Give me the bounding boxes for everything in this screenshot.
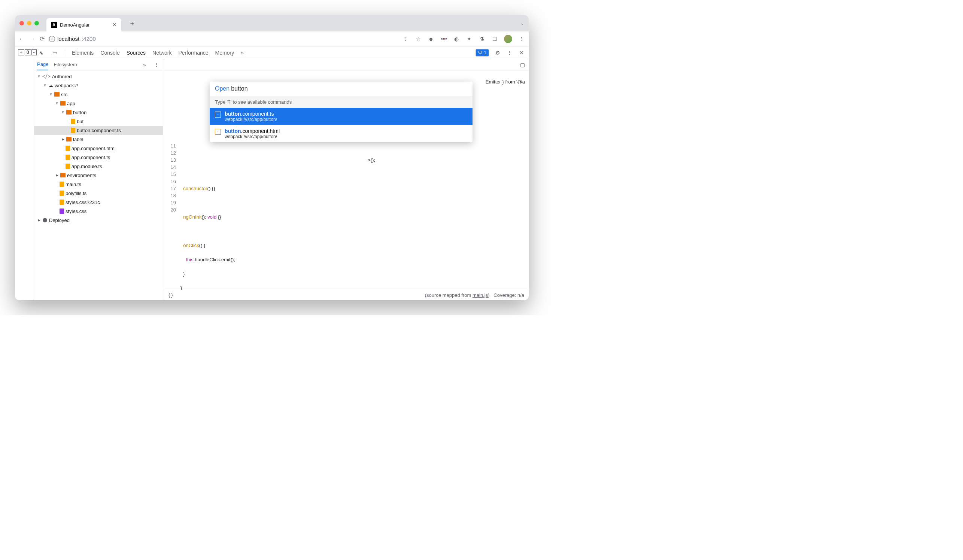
settings-gear-icon[interactable]: ⚙ bbox=[494, 49, 501, 56]
page-content-area: + 0 - bbox=[15, 47, 34, 300]
tree-app-module[interactable]: app.module.ts bbox=[34, 162, 163, 171]
back-button[interactable]: ← bbox=[19, 36, 25, 42]
issues-badge[interactable]: 🗨 1 bbox=[475, 49, 489, 57]
line-number-gutter: 11121314151617181920 bbox=[163, 70, 178, 290]
toggle-debugger-pane-icon[interactable]: ▢ bbox=[519, 62, 526, 68]
tab-console[interactable]: Console bbox=[101, 50, 120, 56]
source-map-link[interactable]: main.js bbox=[472, 292, 488, 298]
reload-button[interactable]: ⟳ bbox=[40, 35, 45, 42]
share-icon[interactable]: ⇧ bbox=[402, 36, 409, 42]
open-file-input[interactable]: Open button bbox=[210, 82, 472, 96]
coverage-label: Coverage: n/a bbox=[493, 292, 524, 298]
tree-app[interactable]: ▼app bbox=[34, 99, 163, 108]
increment-button[interactable]: + bbox=[18, 49, 24, 55]
tab-menu-button[interactable]: ⌄ bbox=[520, 21, 524, 26]
tree-webpack[interactable]: ▼☁webpack:// bbox=[34, 81, 163, 90]
sidepanel-icon[interactable]: ☐ bbox=[491, 36, 498, 42]
tree-src[interactable]: ▼src bbox=[34, 90, 163, 99]
profile-avatar[interactable] bbox=[504, 35, 512, 43]
maximize-window-button[interactable] bbox=[34, 21, 39, 26]
tree-polyfills[interactable]: polyfills.ts bbox=[34, 189, 163, 197]
tab-memory[interactable]: Memory bbox=[215, 50, 234, 56]
open-file-dialog: Open button Type '?' to see available co… bbox=[210, 82, 472, 142]
tree-file-button-component[interactable]: button.component.ts bbox=[34, 126, 163, 135]
file-icon bbox=[60, 209, 64, 214]
inspect-element-icon[interactable]: ⬉ bbox=[38, 49, 45, 56]
new-tab-button[interactable]: ＋ bbox=[129, 19, 136, 28]
labs-flask-icon[interactable]: ⚗ bbox=[478, 36, 485, 42]
folder-icon bbox=[66, 110, 71, 115]
close-window-button[interactable] bbox=[19, 21, 24, 26]
tab-title: DemoAngular bbox=[60, 22, 109, 28]
file-icon bbox=[60, 199, 64, 205]
counter-value: 0 bbox=[25, 49, 31, 55]
tree-environments[interactable]: ▶environments bbox=[34, 171, 163, 180]
browser-tab[interactable]: A DemoAngular ✕ bbox=[46, 18, 121, 31]
cube-icon bbox=[42, 217, 47, 223]
file-icon bbox=[65, 155, 70, 160]
file-icon bbox=[71, 119, 75, 124]
open-file-hint: Type '?' to see available commands bbox=[210, 96, 472, 108]
tree-styles-query[interactable]: styles.css?231c bbox=[34, 197, 163, 207]
folder-icon bbox=[60, 101, 65, 105]
extension-icon-2[interactable]: 👓 bbox=[440, 36, 447, 42]
tab-overflow[interactable]: » bbox=[241, 50, 244, 56]
tree-deployed[interactable]: ▶Deployed bbox=[34, 215, 163, 225]
tab-performance[interactable]: Performance bbox=[178, 50, 208, 56]
angular-icon: A bbox=[51, 22, 57, 28]
file-icon bbox=[65, 146, 70, 151]
tree-authored[interactable]: ▼</>Authored bbox=[34, 72, 163, 81]
file-icon bbox=[60, 191, 64, 196]
code-icon: </> bbox=[42, 74, 50, 79]
minimize-window-button[interactable] bbox=[27, 21, 31, 26]
url-host: localhost bbox=[57, 36, 79, 42]
file-type-icon: ◦ bbox=[215, 112, 221, 118]
folder-icon bbox=[60, 173, 65, 177]
extension-icon-1[interactable]: ☻ bbox=[428, 36, 434, 42]
open-file-result-1[interactable]: ◦ button.component.html webpack:///src/a… bbox=[210, 125, 472, 142]
device-toggle-icon[interactable]: ▭ bbox=[51, 49, 58, 56]
file-icon bbox=[71, 128, 75, 133]
sources-sidebar-tabs: Page Filesystem » ⋮ bbox=[34, 59, 163, 70]
sidebar-tab-page[interactable]: Page bbox=[37, 59, 48, 70]
tree-label-folder[interactable]: ▶label bbox=[34, 135, 163, 144]
bookmark-icon[interactable]: ☆ bbox=[415, 36, 422, 42]
tree-file-button-short[interactable]: but bbox=[34, 117, 163, 126]
tree-app-component-ts[interactable]: app.component.ts bbox=[34, 153, 163, 162]
sidebar-overflow-button[interactable]: » bbox=[141, 62, 148, 68]
tab-elements[interactable]: Elements bbox=[72, 50, 94, 56]
file-type-icon: ◦ bbox=[215, 129, 221, 135]
open-file-result-0[interactable]: ◦ button.component.ts webpack:///src/app… bbox=[210, 108, 472, 125]
file-tree: ▼</>Authored ▼☁webpack:// ▼src ▼app ▼but… bbox=[34, 70, 163, 300]
tab-sources[interactable]: Sources bbox=[126, 50, 146, 56]
file-icon bbox=[65, 163, 70, 169]
url-display[interactable]: i localhost:4200 bbox=[49, 36, 96, 42]
window-titlebar: A DemoAngular ✕ ＋ ⌄ bbox=[15, 15, 529, 31]
pretty-print-button[interactable]: {} bbox=[168, 292, 174, 298]
tree-button-folder[interactable]: ▼button bbox=[34, 108, 163, 117]
cloud-icon: ☁ bbox=[48, 83, 53, 88]
browser-menu-button[interactable]: ⋮ bbox=[518, 36, 525, 42]
sidebar-menu-button[interactable]: ⋮ bbox=[153, 62, 160, 68]
sidebar-tab-filesystem[interactable]: Filesystem bbox=[54, 62, 77, 67]
folder-icon bbox=[54, 92, 60, 97]
site-info-icon[interactable]: i bbox=[49, 36, 55, 42]
folder-icon bbox=[66, 137, 71, 141]
devtools-toolbar: ⬉ ▭ Elements Console Sources Network Per… bbox=[34, 47, 529, 59]
extensions-puzzle-icon[interactable]: ✦ bbox=[466, 36, 472, 42]
editor-statusbar: {} (source mapped from main.js) Coverage… bbox=[163, 290, 529, 300]
tab-network[interactable]: Network bbox=[152, 50, 172, 56]
file-icon bbox=[60, 181, 64, 187]
editor-tab-strip: ▢ bbox=[163, 59, 529, 70]
url-port: :4200 bbox=[82, 36, 96, 42]
address-bar: ← → ⟳ i localhost:4200 ⇧ ☆ ☻ 👓 ◐ ✦ ⚗ ☐ ⋮ bbox=[15, 31, 529, 47]
tree-main-ts[interactable]: main.ts bbox=[34, 180, 163, 189]
extension-icon-3[interactable]: ◐ bbox=[453, 36, 460, 42]
tree-app-component-html[interactable]: app.component.html bbox=[34, 144, 163, 153]
close-devtools-button[interactable]: ✕ bbox=[518, 49, 525, 56]
close-tab-button[interactable]: ✕ bbox=[112, 22, 117, 28]
devtools-menu-button[interactable]: ⋮ bbox=[506, 49, 513, 56]
tree-styles-css[interactable]: styles.css bbox=[34, 207, 163, 215]
forward-button[interactable]: → bbox=[29, 36, 35, 42]
